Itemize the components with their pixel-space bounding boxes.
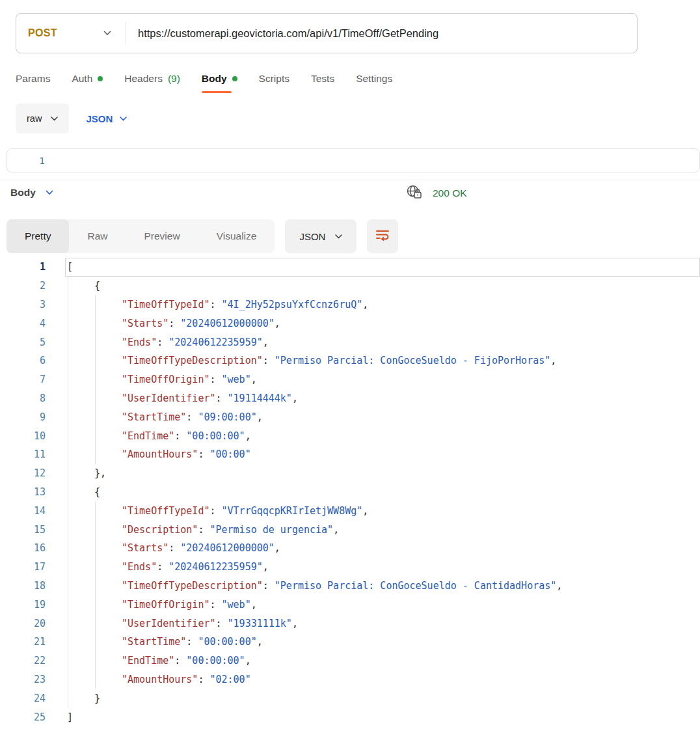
code-line: 16"Starts": "20240612000000",	[0, 539, 700, 558]
line-number: 3	[0, 299, 46, 310]
code-line: 9"StartTime": "09:00:00",	[0, 407, 700, 426]
code-line: 4"Starts": "20240612000000",	[0, 314, 700, 333]
line-number: 20	[0, 618, 46, 629]
response-panel-dropdown[interactable]: Body	[10, 187, 36, 199]
tab-label: Body	[202, 73, 227, 85]
tab-headers[interactable]: Headers (9)	[124, 73, 180, 93]
tab-label: Headers	[124, 73, 163, 85]
tab-label: Settings	[356, 73, 392, 85]
code-line-content: "Ends": "20240612235959",	[67, 561, 269, 573]
headers-count: (9)	[168, 73, 180, 85]
body-mode-dropdown[interactable]: raw	[16, 103, 69, 133]
response-status: 200 OK	[406, 184, 467, 202]
line-number: 25	[0, 711, 46, 723]
tab-settings[interactable]: Settings	[356, 73, 392, 93]
tab-scripts[interactable]: Scripts	[259, 73, 289, 93]
code-line: 2{	[0, 277, 700, 295]
code-line-content: {	[67, 486, 100, 498]
code-line-content: [	[67, 261, 73, 273]
line-number: 12	[0, 467, 46, 479]
body-status-dot	[232, 76, 237, 81]
code-line: 12},	[0, 464, 700, 483]
line-number: 18	[0, 580, 46, 592]
body-language-label: JSON	[86, 113, 113, 124]
code-line-content: "Starts": "20240612000000",	[67, 318, 280, 329]
code-line-content: "Ends": "20240612235959",	[67, 337, 269, 348]
code-line-content: "TimeOffOrigin": "web",	[67, 374, 257, 385]
tab-params[interactable]: Params	[16, 73, 50, 93]
tab-label: Tests	[311, 73, 334, 85]
body-language-dropdown[interactable]: JSON	[86, 113, 127, 124]
response-toolbar: Pretty Raw Preview Visualize JSON	[7, 219, 398, 253]
code-line-content: ]	[67, 711, 73, 723]
status-code: 200 OK	[433, 187, 467, 199]
code-line-content: "StartTime": "00:00:00",	[67, 636, 263, 648]
code-line-content: "TimeOffTypeDescription": "Permiso Parci…	[67, 355, 556, 366]
line-number: 2	[0, 280, 46, 292]
line-number: 17	[0, 561, 46, 573]
view-preview-button[interactable]: Preview	[126, 219, 198, 253]
active-tab-underline	[202, 91, 232, 93]
code-line: 14"TimeOffTypeId": "VTrrGqqcpKRIrIetjWW8…	[0, 501, 700, 520]
method-label: POST	[28, 27, 57, 39]
body-mode-label: raw	[27, 113, 42, 124]
code-line: 17"Ends": "20240612235959",	[0, 558, 700, 577]
view-raw-button[interactable]: Raw	[69, 219, 126, 253]
line-number: 24	[0, 693, 46, 704]
line-number: 16	[0, 542, 46, 554]
wrap-text-button[interactable]	[367, 219, 398, 253]
code-line: 5"Ends": "20240612235959",	[0, 333, 700, 351]
line-number: 11	[0, 448, 46, 460]
code-line-content: "AmountHours": "02:00"	[67, 674, 251, 685]
tab-auth[interactable]: Auth	[72, 73, 103, 93]
method-selector[interactable]: POST	[16, 27, 126, 39]
code-line-content: "EndTime": "00:00:00",	[67, 430, 251, 442]
code-line: 7"TimeOffOrigin": "web",	[0, 370, 700, 389]
line-number: 10	[0, 430, 46, 442]
line-number: 9	[0, 411, 46, 423]
response-language-dropdown[interactable]: JSON	[285, 219, 357, 253]
line-number: 4	[0, 318, 46, 329]
code-line-content: "TimeOffTypeId": "VTrrGqqcpKRIrIetjWW8Wg…	[67, 505, 368, 517]
code-line: 13{	[0, 483, 700, 502]
code-line: 24}	[0, 689, 700, 708]
code-line-content: "TimeOffTypeDescription": "Permiso Parci…	[67, 580, 562, 592]
tab-body[interactable]: Body	[202, 73, 237, 93]
globe-lock-icon	[406, 184, 423, 202]
chevron-down-icon	[120, 117, 127, 121]
line-number: 15	[0, 524, 46, 536]
body-type-row: raw JSON	[16, 103, 127, 133]
tab-label: Params	[16, 73, 50, 85]
code-line-content: {	[67, 280, 100, 292]
code-line: 22"EndTime": "00:00:00",	[0, 652, 700, 670]
view-label: Preview	[144, 230, 180, 242]
chevron-down-icon	[335, 234, 342, 239]
auth-status-dot	[98, 76, 103, 81]
line-number: 21	[0, 636, 46, 648]
request-body-editor[interactable]: 1	[7, 148, 700, 172]
code-line: 8"UserIdentifier": "19114444k",	[0, 389, 700, 408]
tab-tests[interactable]: Tests	[311, 73, 334, 93]
code-line-content: "Description": "Permiso de urgencia",	[67, 524, 339, 536]
view-visualize-button[interactable]: Visualize	[198, 219, 275, 253]
code-line-content: "UserIdentifier": "19114444k",	[67, 392, 298, 404]
code-line-content: "UserIdentifier": "19331111k",	[67, 618, 298, 629]
code-line: 23"AmountHours": "02:00"	[0, 670, 700, 689]
tab-label: Scripts	[259, 73, 289, 85]
code-line: 10"EndTime": "00:00:00",	[0, 426, 700, 445]
line-number: 23	[0, 674, 46, 685]
code-line: 25]	[0, 708, 700, 726]
code-line-content: "TimeOffTypeId": "4I_2Hy52psuYxfCcnz6ruQ…	[67, 299, 368, 310]
chevron-down-icon[interactable]	[46, 190, 53, 195]
response-body-editor[interactable]: 1[2{3"TimeOffTypeId": "4I_2Hy52psuYxfCcn…	[0, 258, 700, 739]
code-line-content: "EndTime": "00:00:00",	[67, 655, 251, 666]
code-line: 21"StartTime": "00:00:00",	[0, 633, 700, 652]
url-bar-divider	[126, 22, 126, 44]
code-lines: 1[2{3"TimeOffTypeId": "4I_2Hy52psuYxfCcn…	[0, 258, 700, 726]
line-number: 19	[0, 599, 46, 611]
view-pretty-button[interactable]: Pretty	[7, 219, 69, 253]
url-input[interactable]: https://customerapi.geovictoria.com/api/…	[138, 27, 438, 40]
view-label: Pretty	[25, 230, 51, 242]
code-line-content: "AmountHours": "00:00"	[67, 448, 251, 460]
request-url-bar: POST https://customerapi.geovictoria.com…	[16, 13, 638, 53]
